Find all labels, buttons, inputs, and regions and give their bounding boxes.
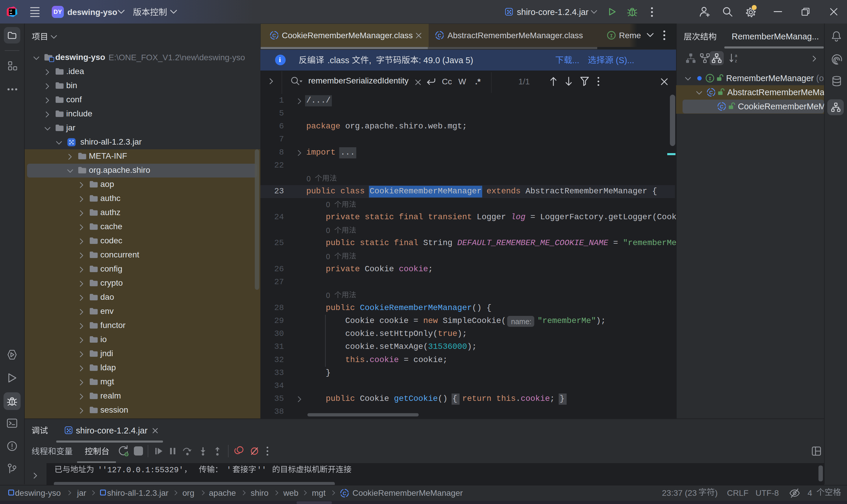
svg-text:IJ: IJ [10,9,12,12]
svg-text:z: z [735,58,737,63]
svg-text:C: C [273,33,276,38]
svg-text:C: C [343,491,346,497]
svg-text:I: I [610,33,613,39]
svg-text:I: I [708,76,711,82]
svg-text:C: C [709,90,713,95]
svg-text:a: a [735,53,737,58]
svg-text:C: C [720,104,723,110]
svg-text:C: C [438,33,441,38]
